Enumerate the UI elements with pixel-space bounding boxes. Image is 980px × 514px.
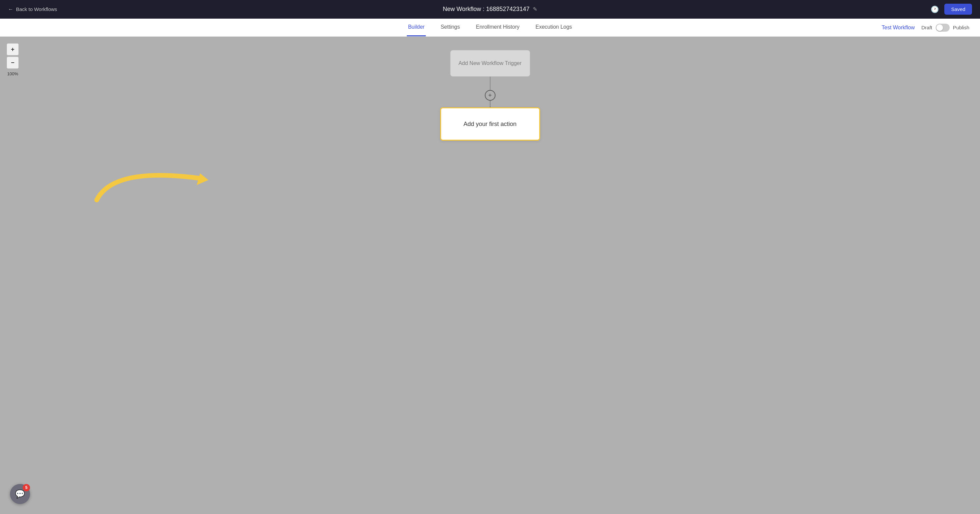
draft-publish-toggle: Draft Publish	[921, 24, 969, 32]
navbar-right: 🕐 Saved	[931, 4, 972, 15]
back-to-workflows-button[interactable]: ← Back to Workflows	[8, 6, 57, 12]
draft-label: Draft	[921, 25, 932, 30]
publish-label: Publish	[953, 25, 969, 30]
chat-widget[interactable]: 💬 5	[10, 484, 30, 504]
svg-marker-0	[197, 173, 208, 185]
connector-line-1	[490, 77, 490, 90]
action-node[interactable]: Add your first action	[440, 107, 540, 141]
tabbar: Builder Settings Enrollment History Exec…	[0, 19, 980, 36]
trigger-node[interactable]: Add New Workflow Trigger	[450, 50, 530, 77]
tabs-container: Builder Settings Enrollment History Exec…	[11, 19, 969, 36]
tab-settings[interactable]: Settings	[439, 19, 461, 36]
test-workflow-button[interactable]: Test Workflow	[881, 25, 915, 31]
publish-toggle[interactable]	[935, 24, 950, 32]
tabbar-right: Test Workflow Draft Publish	[881, 24, 969, 32]
tab-execution-logs[interactable]: Execution Logs	[534, 19, 573, 36]
connector-dashed	[490, 101, 490, 107]
zoom-controls: + − 100%	[7, 43, 19, 76]
trigger-node-label: Add New Workflow Trigger	[458, 60, 522, 66]
tab-enrollment-history[interactable]: Enrollment History	[474, 19, 521, 36]
edit-title-icon[interactable]: ✎	[533, 6, 537, 12]
navbar: ← Back to Workflows New Workflow : 16885…	[0, 0, 980, 19]
chat-badge: 5	[23, 484, 30, 491]
back-label: Back to Workflows	[16, 6, 57, 12]
action-node-label: Add your first action	[463, 121, 517, 128]
zoom-level-label: 100%	[7, 71, 19, 76]
workflow-title-area: New Workflow : 1688527423147 ✎	[443, 6, 537, 13]
zoom-out-button[interactable]: −	[7, 57, 19, 69]
toggle-thumb	[936, 24, 943, 31]
add-node-plus-icon: +	[488, 92, 492, 99]
arrow-annotation	[87, 147, 227, 215]
back-arrow-icon: ←	[8, 6, 13, 12]
zoom-in-button[interactable]: +	[7, 43, 19, 56]
add-node-button[interactable]: +	[485, 90, 495, 101]
workflow-nodes-area: Add New Workflow Trigger + Add your firs…	[440, 50, 540, 141]
workflow-title-text: New Workflow : 1688527423147	[443, 6, 530, 13]
history-clock-icon: 🕐	[931, 6, 939, 13]
tab-builder[interactable]: Builder	[407, 19, 426, 36]
workflow-canvas: + − 100% Add New Workflow Trigger + Add …	[0, 36, 980, 514]
chat-icon: 💬	[15, 489, 25, 499]
history-icon-button[interactable]: 🕐	[931, 5, 939, 13]
saved-button[interactable]: Saved	[944, 4, 972, 15]
